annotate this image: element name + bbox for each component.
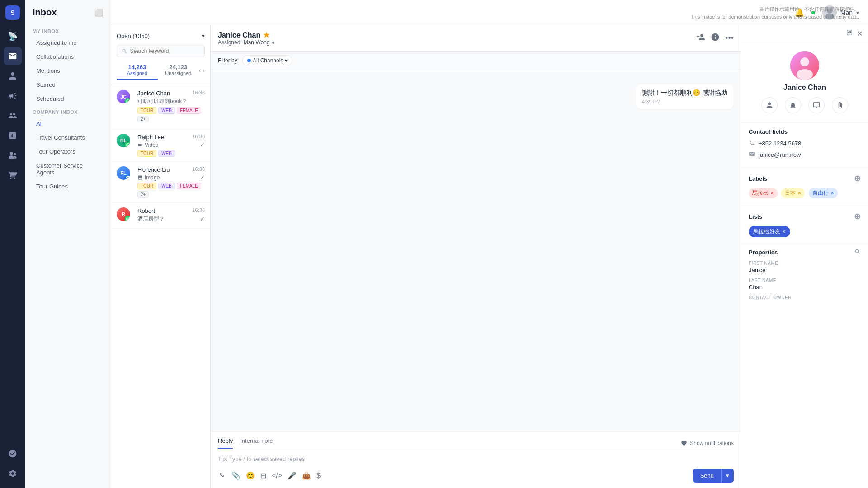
prev-arrow[interactable]: ‹ xyxy=(199,67,201,74)
contact-phone: +852 1234 5678 xyxy=(759,140,801,147)
list-item[interactable]: JC Janice Chan 16:36 xyxy=(111,85,210,129)
attachment-btn[interactable]: 📎 xyxy=(231,471,241,480)
add-list-icon[interactable]: ⊕ xyxy=(854,211,861,221)
sidebar-item-all[interactable]: All xyxy=(29,117,107,131)
contact-name: Janice Chan xyxy=(783,84,826,92)
sidebar-item-mentions[interactable]: Mentions xyxy=(29,64,107,78)
properties-section: Properties FIRST NAME Janice LAST NAME C… xyxy=(741,243,868,310)
chat-header: Janice Chan ★ Assigned: Man Wong ▾ xyxy=(211,25,741,52)
company-inbox-label: COMPANY INBOX xyxy=(25,106,111,117)
contact-person-icon[interactable] xyxy=(761,97,778,113)
list-item[interactable]: FL Florence Liu 16:36 xyxy=(111,162,210,203)
conversation-list-panel: Open (1350) ▾ 14,263 Assigned xyxy=(111,25,211,488)
label-tag[interactable]: 日本 ✕ xyxy=(781,188,805,198)
svg-point-4 xyxy=(797,69,813,80)
whatsapp-badge xyxy=(125,98,130,103)
florence-avatar: FL xyxy=(117,166,130,180)
last-name-label: LAST NAME xyxy=(749,278,861,283)
chat-messages: 謝謝！一切都順利😊 感謝協助 4:39 PM xyxy=(211,70,741,432)
compose-icon[interactable]: ⬜ xyxy=(94,8,104,17)
list-item[interactable]: R Robert 16:36 xyxy=(111,203,210,229)
inbox-nav-icon[interactable] xyxy=(4,47,22,65)
message-bubble: 謝謝！一切都順利😊 感謝協助 4:39 PM xyxy=(636,84,734,109)
code-btn[interactable]: </> xyxy=(272,472,282,480)
assigned-tab[interactable]: 14,263 Assigned xyxy=(117,61,158,80)
channel-dot xyxy=(247,59,251,62)
contact-bell-icon[interactable] xyxy=(785,97,801,113)
sidebar-item-starred[interactable]: Starred xyxy=(29,78,107,92)
send-button[interactable]: Send ▾ xyxy=(693,469,734,483)
main-content: 🔔 Man ▾ Open (1350) ▾ xyxy=(111,0,868,488)
contact-fields-section: Contact fields +852 1234 5678 janice@run… xyxy=(741,122,868,168)
search-properties-icon[interactable] xyxy=(854,249,861,256)
reports-nav-icon[interactable] xyxy=(4,127,22,145)
contact-attachment-icon[interactable] xyxy=(832,97,848,113)
sidebar-item-tour-guides[interactable]: Tour Guides xyxy=(29,179,107,193)
remove-label-icon[interactable]: ✕ xyxy=(830,191,834,196)
sidebar-item-tour-operators[interactable]: Tour Operators xyxy=(29,145,107,159)
close-icon[interactable]: ✕ xyxy=(857,29,863,38)
label-tag[interactable]: 馬拉松 ✕ xyxy=(749,188,778,198)
emoji-btn[interactable]: 😊 xyxy=(246,471,255,480)
reply-tab[interactable]: Reply xyxy=(218,437,233,449)
channel-filter-button[interactable]: All Channels ▾ xyxy=(242,55,292,66)
expand-icon[interactable] xyxy=(846,29,853,38)
broadcast-nav-icon[interactable]: 📡 xyxy=(4,27,22,45)
lists-section: Lists ⊕ 馬拉松好友 ✕ xyxy=(741,206,868,243)
emoji-whatsapp-btn[interactable] xyxy=(218,471,226,481)
dollar-btn[interactable]: $ xyxy=(316,472,321,480)
sidebar-item-customer-service[interactable]: Customer Service Agents xyxy=(29,159,107,179)
integrations-nav-icon[interactable] xyxy=(4,146,22,164)
contact-panel-header: ✕ xyxy=(741,25,868,42)
template-btn[interactable]: ⊟ xyxy=(260,471,266,480)
contact-monitor-icon[interactable] xyxy=(808,97,825,113)
next-arrow[interactable]: › xyxy=(203,67,205,74)
conv-filter-dropdown[interactable]: Open (1350) ▾ xyxy=(117,31,205,41)
bag-btn[interactable]: 👜 xyxy=(302,471,311,480)
sidebar-item-scheduled[interactable]: Scheduled xyxy=(29,92,107,106)
app-logo[interactable]: S xyxy=(5,5,20,20)
list-item[interactable]: RL Ralph Lee 16:36 xyxy=(111,129,210,162)
reply-tabs: Reply Internal note Show notifications xyxy=(218,437,734,449)
message-text: 謝謝！一切都順利😊 感謝協助 xyxy=(642,89,727,97)
whatsapp-badge xyxy=(125,142,130,147)
show-notifications-button[interactable]: Show notifications xyxy=(681,437,734,449)
audio-btn[interactable]: 🎤 xyxy=(288,471,297,480)
first-name-value: Janice xyxy=(749,267,861,273)
more-options-icon[interactable]: ••• xyxy=(725,33,734,43)
ralph-avatar: RL xyxy=(117,134,130,147)
agents-management-icon[interactable] xyxy=(4,445,22,463)
unassigned-tab[interactable]: 24,123 Unassigned xyxy=(158,61,199,80)
sidebar-item-collaborations[interactable]: Collaborations xyxy=(29,50,107,64)
message-time: 4:39 PM xyxy=(642,99,727,104)
orders-nav-icon[interactable] xyxy=(4,166,22,184)
contacts-nav-icon[interactable] xyxy=(4,67,22,85)
search-input[interactable] xyxy=(130,48,200,54)
remove-label-icon[interactable]: ✕ xyxy=(797,191,801,196)
contact-panel: ✕ Janice Chan xyxy=(741,25,868,488)
add-label-icon[interactable]: ⊕ xyxy=(854,174,861,183)
campaigns-nav-icon[interactable] xyxy=(4,87,22,105)
sidebar-item-travel-consultants[interactable]: Travel Consultants xyxy=(29,131,107,145)
filter-label: Filter by: xyxy=(218,57,239,64)
first-name-label: FIRST NAME xyxy=(749,261,861,266)
chat-reply-area: Reply Internal note Show notifications T… xyxy=(211,432,741,488)
conv-search-bar[interactable] xyxy=(117,45,205,57)
sidebar: Inbox ⬜ MY INBOX Assigned to me Collabor… xyxy=(25,0,111,488)
list-tag[interactable]: 馬拉松好友 ✕ xyxy=(749,226,790,237)
conv-list-header: Open (1350) ▾ 14,263 Assigned xyxy=(111,25,210,85)
internal-note-tab[interactable]: Internal note xyxy=(240,437,273,449)
team-nav-icon[interactable] xyxy=(4,107,22,125)
janice-avatar: JC xyxy=(117,90,130,103)
add-contact-icon[interactable] xyxy=(696,33,705,44)
sidebar-item-assigned-to-me[interactable]: Assigned to me xyxy=(29,36,107,50)
panels: Open (1350) ▾ 14,263 Assigned xyxy=(111,25,868,488)
remove-label-icon[interactable]: ✕ xyxy=(770,191,774,196)
reply-toolbar: 📎 😊 ⊟ </> 🎤 👜 $ Send ▾ xyxy=(218,469,734,483)
info-icon[interactable] xyxy=(711,33,720,44)
remove-list-icon[interactable]: ✕ xyxy=(782,229,786,234)
settings-nav-icon[interactable] xyxy=(4,465,22,483)
label-tag[interactable]: 自由行 ✕ xyxy=(809,188,838,198)
send-dropdown-arrow[interactable]: ▾ xyxy=(722,469,734,483)
conv-tags: TOUR WEB FEMALE 2+ xyxy=(137,107,205,122)
